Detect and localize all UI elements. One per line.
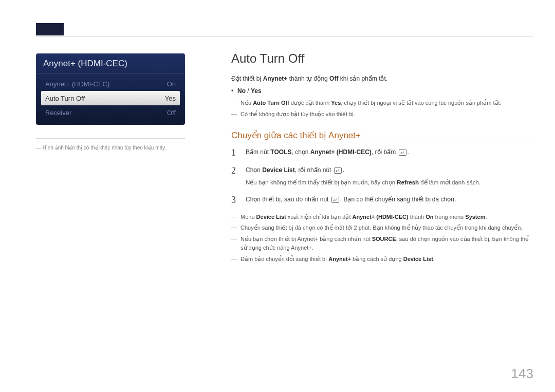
- page-number: 143: [511, 366, 533, 382]
- panel-row-label: Auto Turn Off: [45, 95, 85, 102]
- enter-icon: [334, 167, 342, 174]
- footnote-line: Menu Device List xuất hiện chỉ khi bạn đ…: [231, 213, 535, 222]
- footnote-line: Đảm bảo chuyển đổi sang thiết bị Anynet+…: [231, 255, 535, 264]
- chapter-tab: [36, 23, 64, 35]
- panel-caption: Hình ảnh hiển thị có thể khác nhau tùy t…: [36, 145, 185, 151]
- panel-row-value: Yes: [165, 95, 176, 102]
- panel-row-receiver[interactable]: Receiver Off: [41, 105, 180, 120]
- enter-icon: [331, 197, 339, 203]
- intro-line: Đặt thiết bị Anynet+ thành tự động Off k…: [231, 74, 535, 83]
- footnote-line: Chuyển sang thiết bị đã chọn có thể mất …: [231, 223, 535, 233]
- panel-row-auto-turn-off[interactable]: Auto Turn Off Yes: [41, 91, 180, 105]
- panel-row-value: On: [167, 80, 176, 88]
- note-line: Có thể không được bật tùy thuộc vào thiế…: [231, 110, 535, 119]
- panel-row-anynet[interactable]: Anynet+ (HDMI-CEC) On: [41, 77, 180, 91]
- enter-icon: [399, 150, 406, 156]
- footnote-line: Nếu bạn chọn thiết bị Anynet+ bằng cách …: [231, 235, 535, 253]
- panel-title: Anynet+ (HDMI-CEC): [36, 53, 185, 73]
- panel-row-label: Anynet+ (HDMI-CEC): [45, 80, 109, 88]
- settings-panel: Anynet+ (HDMI-CEC) Anynet+ (HDMI-CEC) On…: [36, 53, 185, 125]
- subsection-heading: Chuyển giữa các thiết bị Anynet+: [231, 130, 535, 142]
- panel-row-label: Receiver: [45, 109, 71, 117]
- options-line: No / Yes: [231, 86, 535, 96]
- step-number: 2: [231, 165, 238, 176]
- step-number: 3: [231, 195, 238, 206]
- left-rule: [36, 138, 185, 139]
- note-line: Nếu Auto Turn Off được đặt thành Yes, ch…: [231, 99, 535, 108]
- step-3: 3 Chọn thiết bị, sau đó nhấn nút . Bạn c…: [231, 195, 535, 206]
- step-2: 2 Chọn Device List, rồi nhấn nút . Nếu b…: [231, 165, 535, 187]
- section-heading: Auto Turn Off: [231, 51, 535, 66]
- step-1: 1 Bấm nút TOOLS, chọn Anynet+ (HDMI-CEC)…: [231, 147, 535, 158]
- top-rule: [36, 36, 533, 36]
- step-number: 1: [231, 147, 238, 158]
- panel-row-value: Off: [167, 109, 176, 117]
